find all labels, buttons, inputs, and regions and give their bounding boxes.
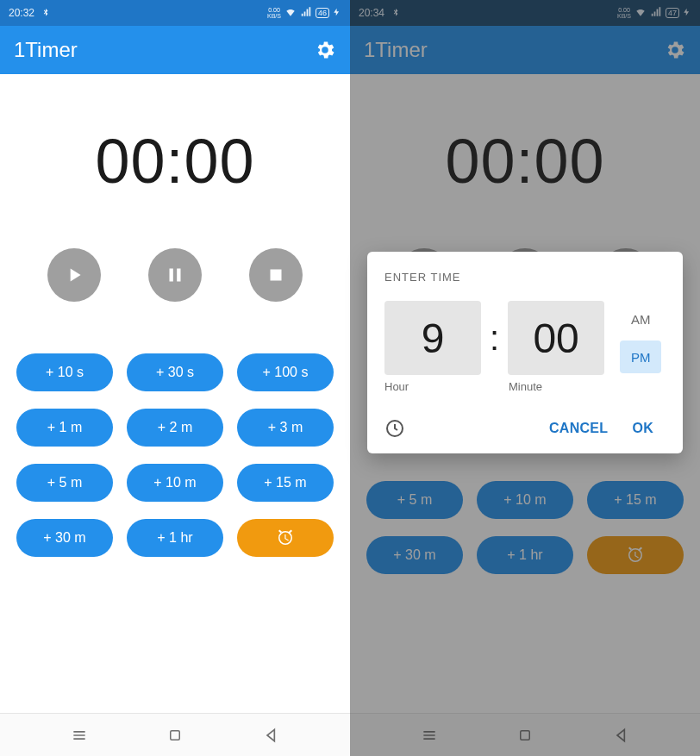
stop-button[interactable] [249, 248, 303, 302]
timer-display: 00:00 [95, 126, 254, 197]
clock-icon [384, 418, 405, 439]
nav-home-button[interactable] [158, 725, 192, 746]
pm-button[interactable]: PM [620, 341, 661, 373]
bluetooth-icon [40, 7, 52, 19]
app-title: 1Timer [14, 38, 78, 62]
nav-back-button[interactable] [254, 725, 289, 746]
preset-button[interactable]: + 10 s [16, 353, 113, 391]
preset-button[interactable]: + 5 m [16, 464, 113, 502]
time-labels-row: Hour Minute [384, 380, 666, 393]
preset-button[interactable]: + 10 m [127, 464, 223, 502]
hour-label: Hour [384, 380, 481, 393]
dialog-actions: CANCEL OK [384, 415, 666, 441]
charging-icon [333, 7, 341, 20]
status-bar: 20:32 0.00 KB/S 46 [0, 0, 350, 26]
preset-button[interactable]: + 30 s [127, 353, 223, 391]
preset-button[interactable]: + 1 m [16, 409, 113, 447]
cancel-button[interactable]: CANCEL [537, 415, 620, 441]
status-right: 0.00 KB/S 46 [267, 6, 341, 21]
preset-button[interactable]: + 100 s [237, 353, 334, 391]
nav-recents-button[interactable] [62, 725, 97, 746]
stop-icon [265, 264, 287, 286]
play-icon [63, 264, 85, 286]
app-bar: 1Timer [0, 26, 350, 74]
svg-rect-1 [171, 730, 180, 740]
screen-right: 20:34 0.00 KB/S 47 1Timer [350, 0, 700, 756]
ampm-toggle: AM PM [620, 303, 661, 373]
time-input-row: 9 : 00 AM PM [384, 301, 666, 375]
square-icon [167, 728, 183, 743]
ok-button[interactable]: OK [620, 415, 666, 441]
preset-button[interactable]: + 30 m [16, 519, 113, 557]
time-separator: : [488, 319, 501, 358]
status-clock: 20:32 [9, 7, 34, 19]
alarm-button[interactable] [237, 519, 334, 557]
settings-button[interactable] [314, 39, 336, 61]
dialog-title: ENTER TIME [384, 271, 666, 284]
screen-left: 20:32 0.00 KB/S 46 1Timer [0, 0, 350, 756]
status-left: 20:32 [9, 7, 52, 19]
battery-badge: 46 [316, 8, 329, 18]
triangle-left-icon [263, 727, 280, 744]
alarm-clock-icon [275, 528, 296, 548]
preset-button[interactable]: + 2 m [127, 409, 223, 447]
minute-label: Minute [509, 380, 605, 393]
enter-time-dialog: ENTER TIME 9 : 00 AM PM Hour Minute CANC… [367, 252, 683, 453]
pause-button[interactable] [148, 248, 202, 302]
pause-icon [164, 264, 186, 286]
main-content: 00:00 + 10 s + 30 s + 100 s + 1 m + 2 m … [0, 74, 350, 713]
preset-button[interactable]: + 15 m [237, 464, 334, 502]
preset-grid: + 10 s + 30 s + 100 s + 1 m + 2 m + 3 m … [16, 353, 334, 557]
svg-rect-0 [271, 270, 282, 281]
signal-icon [300, 6, 312, 21]
control-row [47, 248, 303, 302]
minute-input[interactable]: 00 [508, 301, 604, 375]
nav-bar [0, 713, 350, 756]
gear-icon [314, 39, 336, 61]
wifi-icon [284, 6, 297, 21]
hour-input[interactable]: 9 [384, 301, 481, 375]
am-button[interactable]: AM [620, 303, 661, 335]
network-speed-icon: 0.00 KB/S [267, 7, 281, 19]
preset-button[interactable]: + 3 m [237, 409, 334, 447]
hamburger-icon [71, 727, 88, 744]
play-button[interactable] [47, 248, 101, 302]
clock-mode-button[interactable] [384, 418, 405, 439]
preset-button[interactable]: + 1 hr [127, 519, 223, 557]
